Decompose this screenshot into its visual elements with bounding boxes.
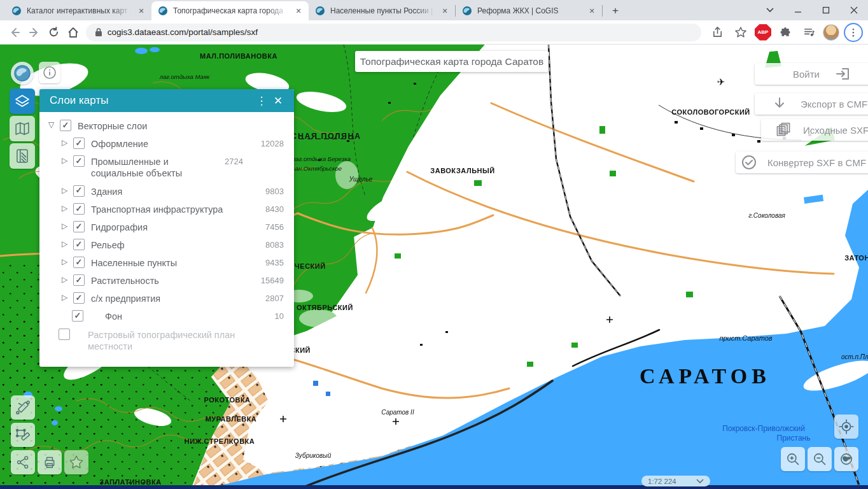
expand-triangle-icon[interactable]: ▷	[62, 222, 73, 231]
map-label: прист.Саратов	[719, 334, 772, 342]
bookmark-star-icon[interactable]	[731, 23, 750, 42]
layer-checkbox[interactable]: ✓	[73, 292, 85, 304]
source-sxf-button[interactable]: Исходные SXF	[761, 119, 868, 141]
map-label: Ущелье	[349, 176, 373, 183]
layer-row[interactable]: ▷ ✓ Оформление 12028	[62, 138, 284, 150]
layer-row-vector-root[interactable]: ▽ ✓ Векторные слои	[48, 120, 284, 132]
expand-triangle-icon[interactable]: ▷	[62, 204, 73, 213]
layer-checkbox[interactable]: ✓	[73, 138, 85, 149]
layer-checkbox[interactable]: ✓	[73, 155, 85, 167]
measure-area-button[interactable]	[11, 423, 35, 447]
back-icon[interactable]	[5, 22, 25, 43]
converter-sxf-button[interactable]: Конвертер SXF в CMF	[736, 152, 868, 173]
adblock-badge[interactable]: ABP	[755, 24, 771, 41]
favorites-button[interactable]	[64, 450, 88, 474]
layer-checkbox[interactable]: ✓	[73, 221, 85, 232]
map-label: Покровск-Приволжский	[722, 424, 805, 433]
layer-checkbox[interactable]: ✓	[73, 239, 85, 250]
layer-label: Промышленные и социальные объекты	[85, 155, 225, 179]
expand-triangle-icon[interactable]: ▷	[62, 186, 73, 195]
layer-row[interactable]: ▷ ✓ Рельеф 8083	[62, 239, 284, 251]
zoom-out-button[interactable]	[808, 447, 832, 471]
layer-row[interactable]: ▷ ✓ Транспортная инфраструктура 8430	[62, 203, 284, 215]
map-label: Пристань	[777, 434, 811, 443]
minimize-button[interactable]	[784, 0, 812, 20]
full-extent-globe-button[interactable]	[834, 447, 858, 471]
zoom-in-button[interactable]	[781, 447, 805, 471]
layer-checkbox[interactable]: ✓	[73, 203, 85, 215]
layer-row[interactable]: ▷ ✓ Здания 9803	[62, 185, 284, 197]
panel-close-icon[interactable]: ✕	[270, 94, 286, 108]
panel-menu-kebab-icon[interactable]: ⋮	[253, 94, 270, 108]
source-sxf-label: Исходные SXF	[803, 125, 868, 136]
expand-triangle-icon[interactable]: ▷	[62, 275, 73, 285]
profile-avatar[interactable]	[823, 24, 839, 41]
share-page-icon[interactable]	[708, 23, 727, 42]
layer-label: Фон	[83, 310, 275, 322]
address-bar[interactable]: cogis3.dataeast.com/portal/samples/sxf	[86, 24, 701, 41]
basemaps-tool-button[interactable]	[10, 116, 35, 141]
share-icon	[15, 455, 31, 470]
tab-close-icon[interactable]: ✕	[440, 7, 450, 15]
maximize-button[interactable]	[812, 0, 840, 20]
expand-triangle-icon[interactable]: ▷	[62, 239, 73, 249]
tab-zhkh[interactable]: Реформа ЖКХ | CoGIS ✕	[456, 1, 602, 20]
layers-panel-header[interactable]: Слои карты ⋮ ✕	[39, 89, 294, 112]
export-cmf2-button[interactable]: Экспорт в CMF2	[755, 93, 868, 115]
layer-row[interactable]: ▷ ✓ Растительность 15649	[62, 274, 284, 287]
export-cmf2-label: Экспорт в CMF2	[801, 99, 868, 110]
login-button[interactable]: Войти	[755, 63, 868, 85]
layer-checkbox[interactable]: ✓	[73, 185, 85, 197]
tab-catalog[interactable]: Каталог интерактивных карт | C ✕	[5, 1, 151, 20]
tab-settlements[interactable]: Населенные пункты России | Со ✕	[309, 1, 455, 20]
layer-checkbox-unchecked[interactable]	[59, 329, 70, 340]
tab-close-icon[interactable]: ✕	[136, 7, 146, 15]
browser-menu-kebab-icon[interactable]: ⋮	[844, 23, 863, 42]
home-icon[interactable]	[64, 22, 83, 43]
measure-distance-icon	[15, 399, 31, 416]
legend-tool-button[interactable]	[10, 143, 35, 169]
layer-row[interactable]: ▷ ✓ Населенные пункты 9435	[62, 257, 284, 269]
scale-selector[interactable]: 1:72 224	[641, 476, 710, 486]
layer-row[interactable]: ▷ ✓ Гидрография 7456	[62, 221, 284, 233]
layers-tool-button[interactable]	[10, 89, 35, 114]
layers-panel: Слои карты ⋮ ✕ ▽ ✓ Векторные слои ▷ ✓ Оф…	[39, 89, 294, 367]
extensions-puzzle-icon[interactable]	[776, 23, 795, 42]
share-map-button[interactable]	[11, 450, 35, 474]
layer-checkbox[interactable]: ✓	[60, 120, 71, 131]
expand-triangle-icon[interactable]: ▷	[62, 293, 73, 302]
layer-checkbox[interactable]: ✓	[73, 257, 85, 268]
geolocate-icon	[838, 418, 855, 435]
converter-sxf-label: Конвертер SXF в CMF	[767, 157, 866, 168]
zoom-in-icon	[785, 451, 801, 467]
close-window-button[interactable]	[840, 0, 868, 20]
layer-checkbox[interactable]: ✓	[72, 310, 83, 322]
tab-topographic-map[interactable]: Топографическая карта города ✕	[151, 1, 309, 20]
expand-triangle-icon[interactable]: ▷	[62, 138, 73, 148]
layer-count: 10	[275, 311, 284, 322]
layer-label: Гидрография	[85, 221, 265, 233]
map-label: Зубриковый	[295, 452, 332, 459]
playlist-extension-icon[interactable]	[799, 23, 818, 42]
print-button[interactable]	[38, 450, 62, 474]
layer-row-raster[interactable]: Растровый топографический план местности	[59, 329, 284, 352]
tab-close-icon[interactable]: ✕	[587, 7, 597, 15]
tab-search-chevron-icon[interactable]	[756, 0, 784, 20]
layer-row[interactable]: ▷ ✓ Промышленные и социальные объекты 27…	[62, 155, 284, 179]
tab-close-icon[interactable]: ✕	[293, 7, 304, 15]
collapse-triangle-icon[interactable]: ▽	[48, 120, 60, 130]
check-glyph: ✓	[76, 293, 83, 303]
layer-label: Векторные слои	[71, 120, 284, 132]
layer-row[interactable]: ▷ ✓ с/х предприятия 2807	[62, 292, 284, 304]
expand-triangle-icon[interactable]: ▷	[62, 257, 73, 267]
expand-triangle-icon[interactable]: ▷	[62, 156, 73, 166]
info-button[interactable]	[39, 62, 60, 83]
layer-row-fon[interactable]: ✓ Фон 10	[72, 310, 284, 322]
geolocate-button[interactable]	[834, 415, 858, 439]
measure-distance-button[interactable]	[11, 395, 35, 420]
new-tab-button[interactable]: +	[606, 2, 624, 20]
layer-checkbox[interactable]: ✓	[73, 274, 85, 286]
basemap-globe-button[interactable]	[11, 62, 34, 85]
forward-icon[interactable]	[25, 22, 45, 43]
reload-icon[interactable]	[44, 22, 64, 43]
